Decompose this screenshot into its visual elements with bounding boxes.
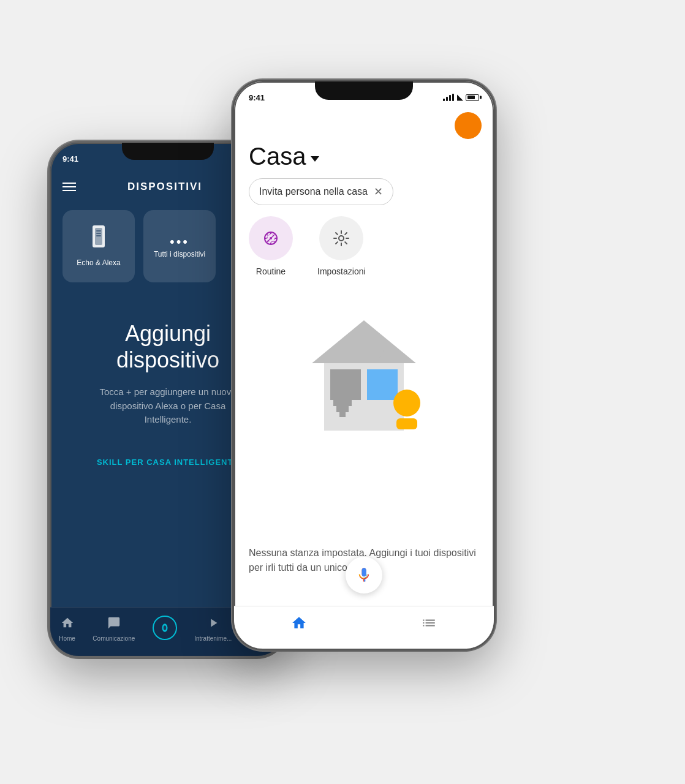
echo-alexa-card[interactable]: Echo & Alexa [62, 210, 135, 282]
left-time: 9:41 [62, 154, 78, 164]
svg-line-14 [274, 241, 275, 243]
home-nav-icon [61, 616, 74, 633]
house-illustration [278, 302, 450, 445]
routine-icon-circle [249, 216, 293, 260]
echo-alexa-label: Echo & Alexa [77, 258, 120, 267]
right-list-icon [421, 615, 437, 634]
entertainment-nav-icon [206, 616, 220, 633]
right-nav-home[interactable] [291, 615, 307, 634]
right-bottom-nav [234, 606, 494, 649]
settings-label: Impostazioni [317, 266, 366, 276]
svg-point-17 [339, 236, 344, 241]
all-devices-label: Tutti i dispositivi [154, 250, 205, 258]
svg-rect-26 [396, 418, 417, 429]
svg-marker-18 [312, 320, 416, 363]
all-devices-card[interactable]: ••• Tutti i dispositivi [143, 210, 216, 282]
routine-label: Routine [256, 266, 286, 276]
nav-alexa[interactable] [153, 616, 177, 643]
header-title: DISPOSITIVI [127, 181, 202, 193]
comm-nav-icon [107, 616, 121, 633]
invite-close-icon[interactable]: ✕ [374, 185, 383, 198]
svg-point-25 [393, 390, 420, 417]
device-cards: Echo & Alexa ••• Tutti i dispositivi [62, 210, 216, 282]
mic-button[interactable] [346, 557, 382, 594]
svg-rect-23 [336, 406, 349, 412]
casa-header: Casa [249, 143, 319, 170]
right-time: 9:41 [249, 93, 265, 102]
svg-rect-3 [96, 233, 101, 234]
right-wifi-icon: ◣ [457, 93, 463, 102]
dots-icon: ••• [170, 234, 189, 250]
home-nav-label: Home [59, 635, 75, 642]
right-home-icon [291, 615, 307, 634]
left-notch [122, 143, 214, 160]
right-notch [315, 81, 413, 100]
nav-entertainment[interactable]: Intrattenime... [194, 616, 232, 642]
add-device-title: Aggiungi dispositivo [116, 320, 219, 373]
comm-nav-label: Comunicazione [93, 635, 135, 642]
casa-dropdown-icon[interactable] [311, 156, 319, 162]
casa-title: Casa [249, 143, 306, 170]
entertainment-nav-label: Intrattenime... [194, 635, 232, 642]
invite-text: Invita persona nella casa [259, 186, 368, 197]
settings-button[interactable]: Impostazioni [317, 216, 366, 276]
svg-point-6 [163, 625, 166, 630]
right-battery-icon [466, 94, 479, 101]
right-signal-icon [443, 94, 454, 101]
right-nav-list[interactable] [421, 615, 437, 634]
svg-point-27 [369, 344, 384, 358]
add-device-subtitle: Tocca + per aggiungere un nuovo disposit… [88, 385, 248, 427]
nav-communication[interactable]: Comunicazione [93, 616, 135, 642]
nav-home[interactable]: Home [59, 616, 75, 642]
svg-line-16 [267, 235, 274, 242]
svg-rect-22 [333, 400, 352, 406]
action-buttons: Routine Impostazioni [249, 216, 366, 276]
alexa-circle [153, 616, 177, 640]
svg-rect-24 [339, 412, 346, 417]
svg-rect-21 [367, 369, 398, 400]
menu-button[interactable] [62, 183, 76, 191]
echo-icon [90, 225, 107, 252]
invite-pill[interactable]: Invita persona nella casa ✕ [249, 178, 393, 205]
skill-link[interactable]: SKILL PER CASA INTELLIGENTE [97, 458, 239, 467]
svg-rect-2 [96, 230, 101, 232]
routine-button[interactable]: Routine [249, 216, 293, 276]
phones-container: 9:41 ◣ DISPOSITIVI [36, 31, 649, 753]
svg-rect-4 [96, 235, 101, 236]
right-status-right: ◣ [443, 93, 479, 102]
user-avatar[interactable] [455, 112, 482, 139]
settings-icon-circle [319, 216, 363, 260]
right-phone: 9:41 ◣ Casa Invita person [232, 80, 496, 650]
svg-rect-20 [330, 369, 361, 400]
svg-line-13 [267, 235, 268, 236]
